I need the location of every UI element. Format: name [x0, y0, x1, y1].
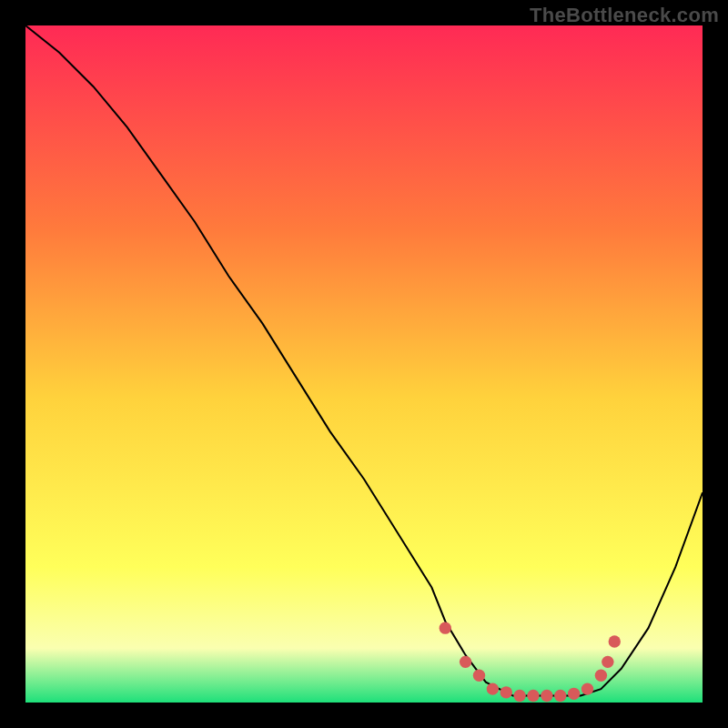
dot: [513, 690, 525, 702]
dot: [541, 690, 552, 702]
dot: [440, 622, 451, 633]
dot: [500, 686, 512, 698]
chart-root: TheBottleneck.com: [0, 0, 728, 728]
dot: [460, 656, 471, 668]
watermark-text: TheBottleneck.com: [530, 4, 719, 27]
dot: [554, 690, 566, 702]
dot: [487, 682, 499, 694]
flat-region-dots: [440, 622, 621, 702]
dot: [473, 670, 485, 682]
chart-svg: [25, 25, 703, 703]
dot: [581, 682, 593, 694]
plot-area: [25, 25, 703, 703]
dot: [595, 670, 607, 682]
bottleneck-curve: [25, 25, 703, 696]
dot: [602, 656, 613, 668]
dot: [568, 688, 580, 700]
dot: [609, 635, 621, 647]
dot: [527, 690, 539, 702]
